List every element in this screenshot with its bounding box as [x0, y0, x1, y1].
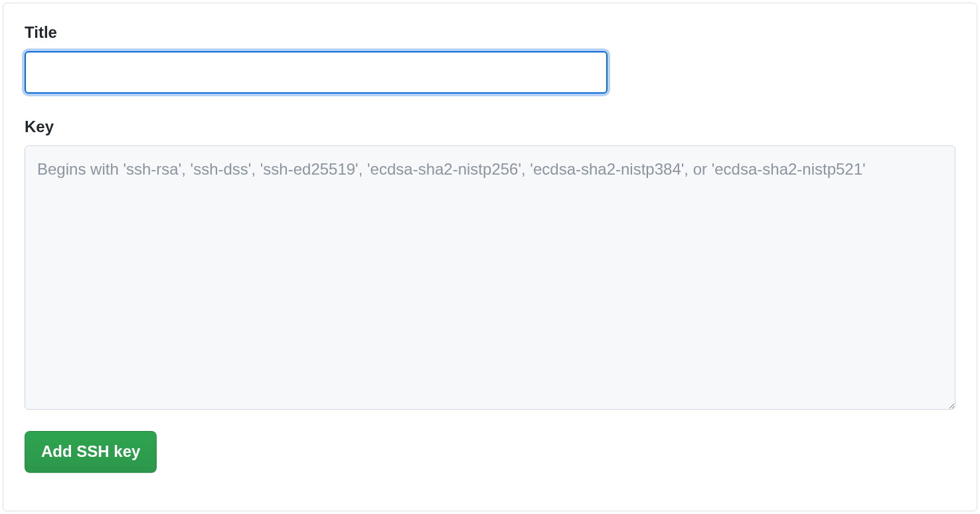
title-field-group: Title	[25, 23, 955, 94]
title-label: Title	[25, 23, 955, 42]
ssh-key-form-panel: Title Key Add SSH key	[3, 3, 977, 511]
key-textarea[interactable]	[25, 145, 955, 410]
title-input[interactable]	[25, 51, 608, 94]
key-label: Key	[25, 118, 955, 136]
add-ssh-key-button[interactable]: Add SSH key	[25, 431, 157, 473]
key-field-group: Key	[25, 118, 955, 412]
